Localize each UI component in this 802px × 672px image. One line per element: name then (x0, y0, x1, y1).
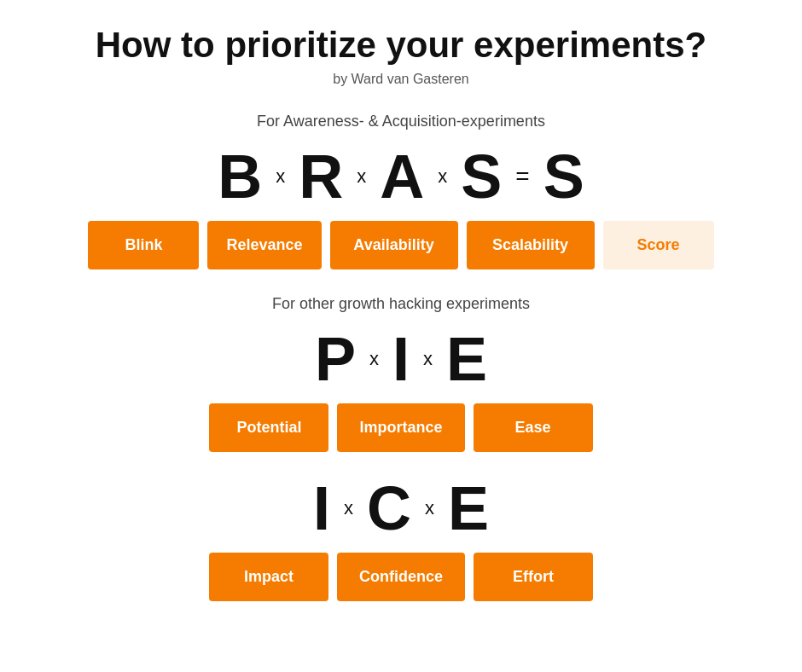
pie-letter-i: I (386, 328, 416, 390)
ice-letter-e: E (441, 478, 496, 539)
brass-box-scalability: Scalability (467, 221, 595, 269)
brass-section-label: For Awareness- & Acquisition-experiments (257, 113, 545, 130)
brass-letter-a: A (373, 146, 431, 207)
brass-equals: = (509, 165, 536, 188)
ice-formula-row: I x C x E (306, 478, 496, 539)
brass-box-relevance: Relevance (207, 221, 321, 269)
brass-letter-b: B (211, 146, 269, 207)
ice-box-impact: Impact (209, 553, 328, 601)
pie-box-ease: Ease (474, 403, 593, 452)
brass-formula-row: B x R x A x S = S (211, 146, 590, 207)
brass-box-score: Score (603, 221, 714, 269)
ice-op-2: x (418, 499, 441, 518)
brass-letter-s2: S (537, 146, 591, 207)
brass-letter-s1: S (454, 146, 509, 207)
author-label: by Ward van Gasteren (333, 72, 468, 87)
pie-formula-row: P x I x E (308, 328, 494, 390)
pie-labels-row: Potential Importance Ease (209, 403, 592, 452)
ice-labels-row: Impact Confidence Effort (209, 553, 593, 601)
brass-box-blink: Blink (88, 221, 199, 269)
ice-box-effort: Effort (474, 553, 593, 601)
brass-letter-r: R (292, 146, 350, 207)
pie-letter-e: E (439, 328, 494, 390)
pie-letter-p: P (308, 328, 363, 390)
pie-op-2: x (416, 350, 439, 368)
pie-section-label: For other growth hacking experiments (272, 295, 530, 313)
ice-op-1: x (337, 499, 360, 518)
brass-labels-row: Blink Relevance Availability Scalability… (88, 221, 713, 269)
brass-box-availability: Availability (330, 221, 458, 269)
pie-box-importance: Importance (337, 403, 464, 452)
ice-letter-c: C (360, 478, 418, 539)
page-title: How to prioritize your experiments? (96, 26, 706, 65)
brass-op-2: x (350, 167, 373, 186)
pie-box-potential: Potential (209, 403, 328, 452)
ice-box-confidence: Confidence (337, 553, 465, 601)
ice-letter-i: I (306, 478, 337, 539)
brass-op-3: x (431, 167, 454, 186)
brass-op-1: x (269, 167, 292, 186)
pie-op-1: x (363, 350, 386, 368)
